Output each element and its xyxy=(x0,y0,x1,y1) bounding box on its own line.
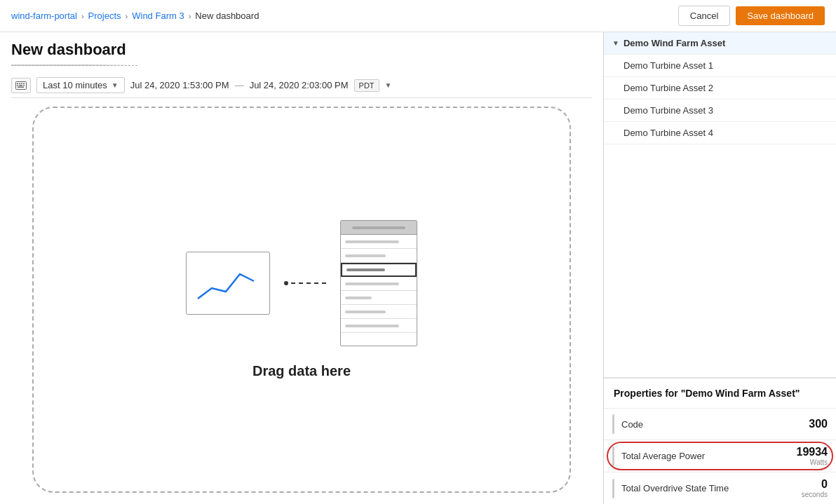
server-row-4 xyxy=(341,277,417,291)
connector-line xyxy=(291,282,326,284)
prop-indicator-code xyxy=(612,414,614,434)
tree-child-label-3: Demo Turbine Asset 3 xyxy=(623,105,713,116)
server-widget-icon xyxy=(340,220,417,346)
prop-value-overdrive: 0 xyxy=(802,478,828,491)
prop-value-block-power: 19934 Watts xyxy=(797,446,828,466)
drop-label: Drag data here xyxy=(252,363,351,379)
prop-indicator-overdrive xyxy=(612,479,614,498)
keyboard-icon[interactable] xyxy=(11,78,31,93)
prop-row-power: Total Average Power 19934 Watts xyxy=(604,440,836,472)
properties-panel: Properties for "Demo Wind Farm Asset" Co… xyxy=(604,378,836,504)
tree-child-label-4: Demo Turbine Asset 4 xyxy=(623,128,713,138)
prop-value-code: 300 xyxy=(809,418,828,430)
server-line xyxy=(345,325,399,327)
server-row-1 xyxy=(341,235,417,249)
tree-child-label-1: Demo Turbine Asset 1 xyxy=(623,60,713,71)
server-row-2 xyxy=(341,249,417,263)
tree-child-label-2: Demo Turbine Asset 2 xyxy=(623,83,713,93)
timezone-badge: PDT xyxy=(354,79,379,92)
prop-value-power: 19934 xyxy=(797,446,828,458)
right-panel: ▼ Demo Wind Farm Asset Demo Turbine Asse… xyxy=(603,32,836,504)
prop-unit-power: Watts xyxy=(797,458,828,466)
time-dropdown-arrow: ▼ xyxy=(112,81,119,89)
time-separator: — xyxy=(235,80,244,90)
prop-value-block-code: 300 xyxy=(809,418,828,430)
asset-tree: ▼ Demo Wind Farm Asset Demo Turbine Asse… xyxy=(604,32,836,378)
prop-name-code: Code xyxy=(621,419,809,430)
prop-name-power: Total Average Power xyxy=(621,451,797,461)
server-line xyxy=(345,297,372,299)
connector-dot xyxy=(284,281,288,285)
chart-widget-icon xyxy=(186,252,270,315)
server-row-selected xyxy=(341,263,417,277)
svg-rect-8 xyxy=(18,86,24,88)
breadcrumb: wind-farm-portal › Projects › Wind Farm … xyxy=(11,11,259,21)
svg-rect-4 xyxy=(23,83,25,84)
breadcrumb-projects[interactable]: Projects xyxy=(88,11,121,21)
svg-rect-6 xyxy=(19,85,22,86)
toolbar: Last 10 minutes ▼ Jul 24, 2020 1:53:00 P… xyxy=(11,73,592,98)
left-panel: New dashboard Last 10 minutes xyxy=(0,32,603,504)
svg-rect-5 xyxy=(17,85,18,86)
prop-row-overdrive: Total Overdrive State Time 0 seconds xyxy=(604,472,836,504)
tree-parent-label: Demo Wind Farm Asset xyxy=(623,38,725,48)
drop-illustration xyxy=(186,220,417,346)
prop-name-overdrive: Total Overdrive State Time xyxy=(621,483,802,493)
tree-item-child-2[interactable]: Demo Turbine Asset 2 xyxy=(604,77,836,100)
server-line xyxy=(345,254,386,257)
server-row-7 xyxy=(341,319,417,333)
breadcrumb-current: New dashboard xyxy=(195,11,259,21)
prop-row-code: Code 300 xyxy=(604,408,836,440)
save-dashboard-button[interactable]: Save dashboard xyxy=(736,6,825,25)
tree-item-child-3[interactable]: Demo Turbine Asset 3 xyxy=(604,100,836,122)
server-line xyxy=(345,311,386,313)
timezone-dropdown-arrow: ▼ xyxy=(385,81,392,89)
prop-value-block-overdrive: 0 seconds xyxy=(802,478,828,498)
top-bar-actions: Cancel Save dashboard xyxy=(678,6,825,26)
breadcrumb-sep2: › xyxy=(126,12,128,20)
tree-toggle-icon: ▼ xyxy=(612,39,619,47)
time-range-selector[interactable]: Last 10 minutes ▼ xyxy=(36,77,125,93)
breadcrumb-farm[interactable]: Wind Farm 3 xyxy=(132,11,184,21)
server-row-5 xyxy=(341,291,417,305)
server-line xyxy=(345,282,399,285)
breadcrumb-sep3: › xyxy=(189,12,191,20)
connector xyxy=(284,281,326,285)
title-underline xyxy=(11,64,137,66)
tree-item-parent[interactable]: ▼ Demo Wind Farm Asset xyxy=(604,32,836,55)
drop-zone[interactable]: Drag data here xyxy=(32,107,571,493)
svg-rect-7 xyxy=(23,85,25,86)
server-line xyxy=(345,240,399,243)
breadcrumb-portal[interactable]: wind-farm-portal xyxy=(11,11,77,21)
properties-title: Properties for "Demo Wind Farm Asset" xyxy=(604,379,836,408)
breadcrumb-sep1: › xyxy=(81,12,84,20)
tree-item-child-1[interactable]: Demo Turbine Asset 1 xyxy=(604,55,836,77)
prop-unit-overdrive: seconds xyxy=(802,491,828,498)
top-bar: wind-farm-portal › Projects › Wind Farm … xyxy=(0,0,836,32)
prop-indicator-power xyxy=(612,447,614,466)
server-header xyxy=(341,221,417,235)
start-time: Jul 24, 2020 1:53:00 PM xyxy=(130,80,229,90)
main-layout: New dashboard Last 10 minutes xyxy=(0,32,836,504)
svg-rect-3 xyxy=(21,83,22,84)
page-title: New dashboard xyxy=(11,41,592,59)
server-line xyxy=(346,268,385,271)
cancel-button[interactable]: Cancel xyxy=(678,6,730,26)
time-range-display: Jul 24, 2020 1:53:00 PM — Jul 24, 2020 2… xyxy=(130,79,392,92)
server-row-6 xyxy=(341,305,417,319)
tree-item-child-4[interactable]: Demo Turbine Asset 4 xyxy=(604,122,836,144)
end-time: Jul 24, 2020 2:03:00 PM xyxy=(250,80,349,90)
time-range-label: Last 10 minutes xyxy=(43,80,107,90)
svg-rect-1 xyxy=(17,83,18,84)
svg-rect-2 xyxy=(19,83,20,84)
